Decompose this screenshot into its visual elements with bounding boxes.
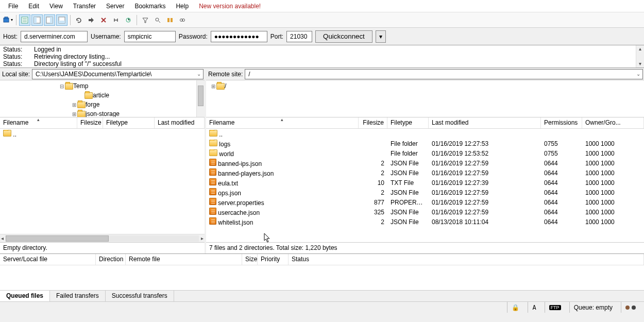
list-item[interactable]: server.properties877PROPERTIE...01/16/20… — [206, 197, 644, 207]
filesize: 2 — [359, 218, 387, 226]
col-size[interactable]: Size — [242, 254, 258, 265]
col-status[interactable]: Status — [289, 254, 644, 265]
tree-item[interactable]: ⊞/ — [206, 81, 644, 91]
toggle-queue-button[interactable] — [56, 14, 67, 26]
sync-browsing-button[interactable] — [177, 14, 188, 26]
svg-rect-7 — [34, 17, 37, 23]
refresh-button[interactable] — [73, 14, 84, 26]
col-permissions[interactable]: Permissions — [541, 117, 582, 128]
dropdown-arrow-icon: ⌄ — [636, 71, 640, 77]
menu-bookmarks[interactable]: Bookmarks — [129, 1, 171, 11]
folder-icon — [77, 111, 86, 117]
remote-path-input[interactable]: / ⌄ — [245, 69, 643, 79]
expand-icon[interactable]: ⊞ — [71, 111, 77, 117]
host-input[interactable] — [21, 31, 88, 42]
list-item[interactable]: worldFile folder01/16/2019 12:53:5207551… — [206, 148, 644, 158]
menu-help[interactable]: Help — [171, 1, 194, 11]
col-filesize[interactable]: Filesize — [359, 117, 387, 128]
col-filetype[interactable]: Filetype — [387, 117, 429, 128]
permissions: 0644 — [541, 170, 582, 177]
list-item[interactable]: .. — [206, 129, 644, 139]
col-filesize[interactable]: Filesize — [77, 117, 103, 128]
remote-file-list[interactable]: .. logsFile folder01/16/2019 12:27:53075… — [206, 129, 644, 242]
tree-label: article — [93, 92, 109, 99]
menu-server[interactable]: Server — [101, 1, 129, 11]
col-remote-file[interactable]: Remote file — [126, 254, 242, 265]
local-list-header: ▴Filename Filesize Filetype Last modifie… — [0, 117, 205, 129]
list-item[interactable]: whitelist.json2JSON File08/13/2018 10:11… — [206, 217, 644, 227]
menu-edit[interactable]: Edit — [23, 1, 44, 11]
log-scrollbar[interactable]: ▴▾ — [636, 45, 644, 67]
tab-failed-transfers[interactable]: Failed transfers — [50, 291, 106, 301]
last-modified: 01/16/2019 12:27:59 — [429, 160, 541, 167]
filter-button[interactable] — [140, 14, 151, 26]
toolbar-separator — [70, 15, 71, 25]
permissions: 0644 — [541, 218, 582, 226]
search-button[interactable] — [152, 14, 163, 26]
menu-new-version[interactable]: New version available! — [194, 1, 266, 11]
filename: logs — [219, 141, 230, 148]
host-label: Host: — [3, 33, 18, 40]
owner-group: 1000 1000 — [582, 179, 644, 187]
menu-file[interactable]: File — [3, 1, 23, 11]
process-queue-button[interactable] — [86, 14, 97, 26]
expand-icon[interactable]: ⊞ — [71, 102, 77, 108]
indicator-idle-icon — [625, 306, 630, 310]
site-manager-button[interactable]: ▾ — [2, 14, 13, 26]
col-last-modified[interactable]: Last modified — [429, 117, 541, 128]
lock-icon: 🔒 — [512, 304, 519, 311]
list-item[interactable]: .. — [0, 129, 205, 139]
local-status: Empty directory. — [0, 242, 205, 253]
col-filename[interactable]: ▴Filename — [0, 117, 77, 128]
permissions: 0644 — [541, 199, 582, 206]
quickconnect-history-button[interactable]: ▾ — [376, 30, 386, 43]
list-item[interactable]: banned-ips.json2JSON File01/16/2019 12:2… — [206, 158, 644, 168]
last-modified: 01/16/2019 12:53:52 — [429, 150, 541, 157]
toggle-message-log-button[interactable] — [19, 14, 30, 26]
local-file-list[interactable]: .. — [0, 129, 205, 234]
reconnect-button[interactable] — [123, 14, 134, 26]
col-last-modified[interactable]: Last modified — [155, 117, 205, 128]
owner-group: 1000 1000 — [582, 218, 644, 226]
tree-item[interactable]: ⊞json-storage — [0, 109, 205, 117]
tree-item[interactable]: article — [0, 91, 205, 100]
remote-tree[interactable]: ⊞/ — [206, 80, 644, 117]
remote-pane: Remote site: / ⌄ ⊞/ ▴Filename Filesize F… — [206, 68, 644, 253]
tab-queued-files[interactable]: Queued files — [0, 291, 50, 301]
col-local-file[interactable]: Server/Local file — [0, 254, 96, 265]
svg-rect-16 — [171, 18, 173, 22]
list-item[interactable]: banned-players.json2JSON File01/16/2019 … — [206, 168, 644, 178]
port-input[interactable] — [286, 31, 312, 42]
cancel-button[interactable] — [98, 14, 109, 26]
toggle-remote-tree-button[interactable] — [44, 14, 55, 26]
username-input[interactable] — [124, 31, 176, 42]
toggle-local-tree-button[interactable] — [31, 14, 43, 26]
toolbar: ▾ — [0, 12, 644, 28]
tree-item[interactable]: ⊞forge — [0, 100, 205, 109]
tree-scrollbar[interactable] — [196, 80, 205, 117]
list-item[interactable]: ops.json2JSON File01/16/2019 12:27:59064… — [206, 188, 644, 197]
menu-view[interactable]: View — [44, 1, 68, 11]
local-path-input[interactable]: C:\Users\JAMES\Documents\Temp\article\ ⌄ — [32, 69, 204, 79]
local-tree[interactable]: ⊟Temparticle⊞forge⊞json-storage — [0, 80, 205, 117]
password-input[interactable] — [211, 31, 267, 42]
tree-item[interactable]: ⊟Temp — [0, 81, 205, 91]
tab-successful-transfers[interactable]: Successful transfers — [106, 291, 174, 301]
remote-path-text: / — [248, 71, 250, 78]
list-item[interactable]: eula.txt10TXT File01/16/2019 12:27:39064… — [206, 178, 644, 188]
list-item[interactable]: usercache.json325JSON File01/16/2019 12:… — [206, 207, 644, 217]
col-direction[interactable]: Direction — [96, 254, 126, 265]
list-item[interactable]: logsFile folder01/16/2019 12:27:53075510… — [206, 139, 644, 148]
menu-transfer[interactable]: Transfer — [68, 1, 101, 11]
col-priority[interactable]: Priority — [258, 254, 289, 265]
col-filetype[interactable]: Filetype — [103, 117, 155, 128]
disconnect-button[interactable] — [110, 14, 122, 26]
queue-list[interactable] — [0, 265, 644, 290]
expand-icon[interactable]: ⊞ — [210, 83, 216, 89]
local-hscroll[interactable]: ◂▸ — [0, 234, 205, 242]
compare-button[interactable] — [164, 14, 176, 26]
col-owner[interactable]: Owner/Gro... — [582, 117, 644, 128]
quickconnect-button[interactable]: Quickconnect — [315, 30, 372, 43]
expand-icon[interactable]: ⊟ — [59, 83, 65, 89]
col-filename[interactable]: ▴Filename — [206, 117, 359, 128]
